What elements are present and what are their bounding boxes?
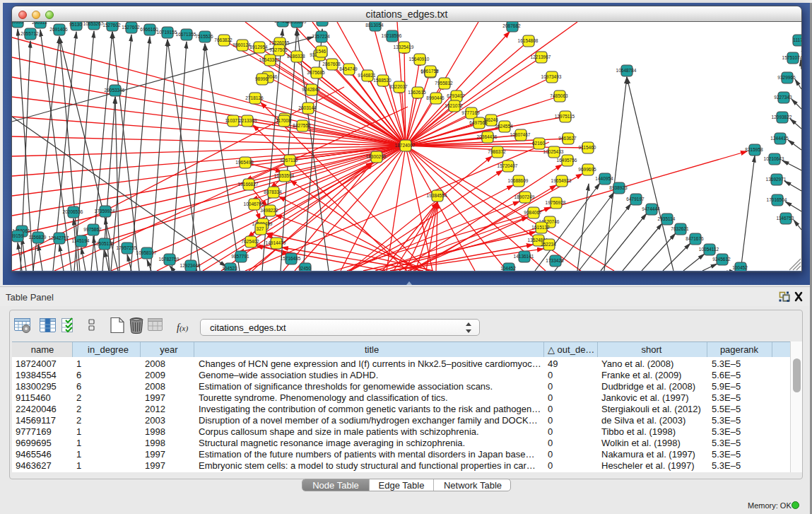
svg-text:327: 327 [257,226,264,231]
svg-text:10054112: 10054112 [699,247,719,252]
svg-text:12213967: 12213967 [531,54,551,59]
svg-text:3675685: 3675685 [307,70,325,75]
svg-text:14914479: 14914479 [266,240,286,245]
svg-text:8471676: 8471676 [686,236,704,241]
svg-text:19218596: 19218596 [382,33,402,38]
svg-text:15751074: 15751074 [782,55,801,60]
svg-text:8454749: 8454749 [339,66,358,71]
svg-text:6479197: 6479197 [626,197,645,201]
svg-text:8878334: 8878334 [264,189,282,194]
svg-text:13692971: 13692971 [766,177,787,182]
svg-text:29053346: 29053346 [105,88,125,93]
svg-text:16782759: 16782759 [159,257,180,262]
svg-text:8427552: 8427552 [293,123,311,128]
svg-text:117008: 117008 [276,118,291,123]
svg-text:10807467: 10807467 [510,132,531,137]
svg-text:11353594: 11353594 [274,173,295,178]
svg-text:2691406: 2691406 [49,27,68,32]
svg-text:19756928: 19756928 [546,200,566,205]
svg-text:10688609: 10688609 [508,178,529,183]
svg-text:7955812: 7955812 [435,81,453,86]
svg-text:9084067: 9084067 [524,210,542,215]
svg-text:62160: 62160 [532,141,545,146]
svg-text:9860124: 9860124 [233,42,251,47]
svg-text:1145194: 1145194 [72,238,90,243]
svg-text:7357224: 7357224 [312,34,330,39]
svg-text:2603144: 2603144 [298,105,317,110]
svg-text:2055712: 2055712 [20,31,39,36]
svg-text:12975115: 12975115 [555,114,575,119]
svg-text:18300295: 18300295 [366,154,387,159]
svg-text:15640910: 15640910 [409,57,430,62]
svg-text:1362615: 1362615 [408,90,426,95]
svg-text:104452: 104452 [500,266,516,271]
svg-text:10648784: 10648784 [616,68,637,73]
svg-text:2087682: 2087682 [502,23,521,28]
svg-text:9777169: 9777169 [461,110,480,115]
svg-text:9857791: 9857791 [231,254,249,259]
svg-text:17016504: 17016504 [767,197,787,202]
svg-text:19654923: 19654923 [551,178,572,183]
svg-text:8938923: 8938923 [609,185,628,190]
svg-text:8990446: 8990446 [426,95,445,100]
svg-text:2867608: 2867608 [322,62,341,66]
svg-text:14136141: 14136141 [514,254,534,259]
svg-text:6961758: 6961758 [420,69,439,74]
svg-text:16154808: 16154808 [518,38,539,43]
svg-text:1440954: 1440954 [595,176,613,181]
svg-text:7632621: 7632621 [671,226,689,231]
svg-text:92450: 92450 [298,266,311,271]
svg-text:8267110: 8267110 [281,158,298,163]
svg-text:15716485: 15716485 [281,256,301,261]
svg-text:20364436: 20364436 [477,134,498,139]
svg-text:16543362: 16543362 [259,57,280,62]
svg-text:100452: 100452 [732,265,748,270]
svg-text:8322037: 8322037 [389,84,408,89]
svg-text:10533: 10533 [12,22,23,24]
svg-text:9242848: 9242848 [302,87,320,92]
svg-text:881305: 881305 [314,22,329,23]
svg-text:1733426: 1733426 [546,258,564,263]
svg-text:18907249: 18907249 [514,194,535,199]
svg-text:12505135: 12505135 [94,241,114,246]
svg-text:9245612: 9245612 [712,257,731,262]
svg-text:110371: 110371 [225,118,240,123]
svg-text:6966160: 6966160 [140,27,158,32]
svg-text:1527602: 1527602 [122,25,140,30]
svg-text:12093822: 12093822 [772,115,792,119]
svg-text:10853267: 10853267 [83,22,104,26]
svg-text:8813054: 8813054 [365,23,384,28]
svg-text:16495756: 16495756 [557,158,577,163]
svg-text:9699695: 9699695 [578,167,596,172]
svg-text:7485063: 7485063 [550,93,568,98]
svg-text:95130: 95130 [69,22,82,27]
svg-text:15720407: 15720407 [498,163,518,168]
svg-text:12923446: 12923446 [180,263,201,268]
svg-text:1965498: 1965498 [235,160,254,165]
svg-text:9227343: 9227343 [774,95,792,100]
svg-text:7515526: 7515526 [195,34,213,39]
svg-text:1615132: 1615132 [531,225,550,230]
svg-text:2718126: 2718126 [245,95,264,100]
svg-text:1244415: 1244415 [770,136,789,141]
svg-text:13325419: 13325419 [394,45,414,49]
svg-text:17957255: 17957255 [117,245,137,250]
svg-text:10973493: 10973493 [541,74,562,79]
svg-text:9975867: 9975867 [83,227,102,232]
svg-text:9327505: 9327505 [269,47,288,52]
svg-text:1146753: 1146753 [777,216,794,221]
svg-text:1621072: 1621072 [445,103,463,108]
svg-text:1546: 1546 [316,49,326,54]
svg-text:1588520: 1588520 [373,78,392,83]
svg-text:2935114: 2935114 [658,216,676,221]
svg-text:10210643: 10210643 [764,156,784,161]
svg-text:252234: 252234 [541,242,556,247]
svg-text:7986372: 7986372 [488,149,506,154]
svg-text:12942757: 12942757 [49,235,69,240]
svg-text:9474444: 9474444 [642,206,660,211]
svg-text:10958107: 10958107 [136,250,157,255]
svg-text:18724007: 18724007 [395,143,416,148]
svg-text:7625402: 7625402 [241,239,259,244]
svg-text:19166827: 19166827 [238,182,259,187]
svg-text:6497568: 6497568 [469,120,488,125]
